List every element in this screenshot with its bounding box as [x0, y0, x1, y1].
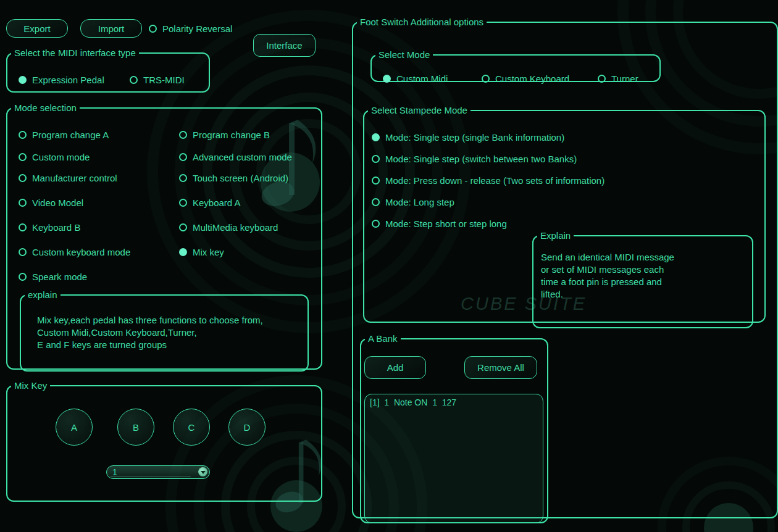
- radio-label: Mode: Single step (single Bank informati…: [385, 132, 564, 143]
- radio-program-change-b[interactable]: Program change B: [179, 128, 270, 141]
- interface-button[interactable]: Interface: [253, 34, 316, 57]
- radio-label: Mode: Press down - release (Two sets of …: [385, 175, 604, 186]
- stampede-mode-group: Select Stampede Mode Mode: Single step (…: [363, 106, 766, 323]
- export-button[interactable]: Export: [6, 19, 68, 38]
- explain-line: Mix key,each pedal has three functions t…: [37, 314, 263, 326]
- mode-selection-legend: Mode selection: [11, 103, 80, 112]
- bank-message-list[interactable]: [1] 1 Note ON 1 127: [364, 394, 543, 523]
- radio-manufacturer-control[interactable]: Manufacturer control: [19, 172, 117, 184]
- radio-dot-icon: [372, 220, 380, 228]
- radio-advanced-custom-mode[interactable]: Advanced custom mode: [179, 151, 292, 163]
- radio-dot-icon: [179, 153, 187, 161]
- radio-keyboard-b[interactable]: Keyboard B: [19, 221, 80, 233]
- stampede-explain-legend: Explain: [537, 231, 574, 240]
- radio-dot-icon: [149, 25, 157, 33]
- a-bank-group: A Bank Add Remove All [1] 1 Note ON 1 12…: [360, 334, 548, 523]
- radio-dot-icon: [372, 177, 380, 185]
- radio-dot-icon: [19, 199, 27, 207]
- radio-dot-icon: [598, 75, 606, 83]
- radio-mix-key[interactable]: Mix key: [179, 246, 224, 258]
- radio-dot-icon: [482, 75, 490, 83]
- radio-single-step-two-banks[interactable]: Mode: Single step (switch between two Ba…: [372, 152, 577, 165]
- expression-pedal-label: Expression Pedal: [32, 75, 104, 85]
- explain-line: E and F keys are turned groups: [37, 339, 263, 351]
- radio-single-step-single-bank[interactable]: Mode: Single step (single Bank informati…: [372, 131, 564, 143]
- radio-keyboard-a[interactable]: Keyboard A: [179, 196, 241, 209]
- radio-label: Custom mode: [32, 152, 90, 162]
- radio-custom-midi[interactable]: Custom Midi: [383, 72, 448, 85]
- radio-dot-icon: [179, 174, 187, 182]
- import-button[interactable]: Import: [80, 19, 142, 38]
- radio-touch-screen-android[interactable]: Touch screen (Android): [179, 172, 288, 184]
- radio-custom-keyboard-mode[interactable]: Custom keyboard mode: [19, 246, 130, 258]
- radio-label: Program change B: [193, 130, 270, 140]
- explain-line: Send an identical MIDI message: [541, 251, 674, 264]
- radio-turner[interactable]: Turner: [598, 72, 638, 85]
- radio-dot-icon: [179, 223, 187, 231]
- radio-label: Speark mode: [32, 272, 87, 282]
- midi-interface-type-legend: Select the MIDI interface type: [11, 48, 139, 57]
- radio-dot-icon: [19, 223, 27, 231]
- radio-dot-icon: [19, 273, 27, 281]
- radio-speark-mode[interactable]: Speark mode: [19, 270, 87, 283]
- radio-label: Mode: Single step (switch between two Ba…: [385, 154, 577, 164]
- dropdown-underline: [111, 476, 191, 476]
- mix-key-legend: Mix Key: [11, 381, 50, 390]
- mix-key-d-button[interactable]: D: [228, 409, 266, 446]
- polarity-reversal-radio[interactable]: Polarity Reversal: [149, 22, 232, 35]
- radio-dot-icon: [19, 153, 27, 161]
- radio-label: Advanced custom mode: [193, 152, 292, 162]
- radio-label: Custom keyboard mode: [32, 247, 130, 257]
- radio-dot-icon: [130, 76, 138, 84]
- chevron-down-icon[interactable]: [198, 467, 207, 476]
- a-bank-legend: A Bank: [365, 334, 401, 343]
- radio-label: Custom Keyboard: [495, 73, 569, 84]
- radio-dot-icon: [383, 75, 391, 83]
- mix-key-a-button[interactable]: A: [56, 409, 93, 446]
- radio-label: Manufacturer control: [32, 173, 117, 183]
- radio-label: Custom Midi: [396, 73, 448, 84]
- radio-label: MultiMedia keyboard: [193, 222, 278, 233]
- radio-label: Turner: [611, 73, 638, 84]
- radio-dot-icon: [372, 155, 380, 163]
- radio-label: Program change A: [32, 130, 109, 140]
- radio-step-short-or-long[interactable]: Mode: Step short or step long: [372, 217, 507, 230]
- radio-press-down-release[interactable]: Mode: Press down - release (Two sets of …: [372, 174, 604, 186]
- radio-label: Video Model: [32, 197, 83, 208]
- stampede-explain-group: Explain Send an identical MIDI message o…: [532, 231, 753, 328]
- radio-custom-mode[interactable]: Custom mode: [19, 151, 90, 163]
- foot-switch-options-group: Foot Switch Additional options Select Mo…: [352, 17, 778, 518]
- radio-multimedia-keyboard[interactable]: MultiMedia keyboard: [179, 221, 278, 233]
- add-button[interactable]: Add: [364, 356, 426, 379]
- remove-all-button[interactable]: Remove All: [464, 356, 537, 379]
- radio-dot-icon: [372, 198, 380, 206]
- mix-key-b-button[interactable]: B: [117, 409, 154, 446]
- polarity-reversal-label: Polarity Reversal: [162, 23, 232, 34]
- radio-video-model[interactable]: Video Model: [19, 196, 83, 209]
- radio-dot-icon: [179, 199, 187, 207]
- explain-line: Custom Midi,Custom Keyboard,Turner,: [37, 326, 263, 339]
- radio-long-step[interactable]: Mode: Long step: [372, 196, 454, 208]
- expression-pedal-radio[interactable]: Expression Pedal: [19, 73, 104, 86]
- trs-midi-radio[interactable]: TRS-MIDI: [130, 73, 185, 86]
- radio-label: Mode: Step short or step long: [385, 218, 507, 229]
- radio-program-change-a[interactable]: Program change A: [19, 128, 109, 141]
- mix-key-value-dropdown[interactable]: 1: [106, 465, 210, 479]
- radio-label: Touch screen (Android): [193, 173, 288, 183]
- trs-midi-label: TRS-MIDI: [143, 75, 185, 85]
- mode-selection-group: Mode selection Program change A Program …: [6, 103, 322, 370]
- radio-custom-keyboard[interactable]: Custom Keyboard: [482, 72, 569, 85]
- radio-dot-icon: [19, 131, 27, 139]
- select-mode-legend: Select Mode: [375, 50, 433, 59]
- select-mode-group: Select Mode Custom Midi Custom Keyboard …: [370, 50, 661, 82]
- stampede-mode-legend: Select Stampede Mode: [368, 106, 471, 115]
- radio-label: Mix key: [193, 247, 224, 257]
- radio-dot-icon: [179, 131, 187, 139]
- radio-dot-icon: [372, 133, 380, 141]
- bank-message-item[interactable]: [1] 1 Note ON 1 127: [365, 394, 543, 410]
- explain-line: time a foot pin is pressed and: [541, 276, 674, 288]
- radio-label: Mode: Long step: [385, 197, 454, 207]
- foot-switch-options-legend: Foot Switch Additional options: [357, 17, 487, 27]
- radio-dot-icon: [19, 174, 27, 182]
- mix-key-c-button[interactable]: C: [173, 409, 210, 446]
